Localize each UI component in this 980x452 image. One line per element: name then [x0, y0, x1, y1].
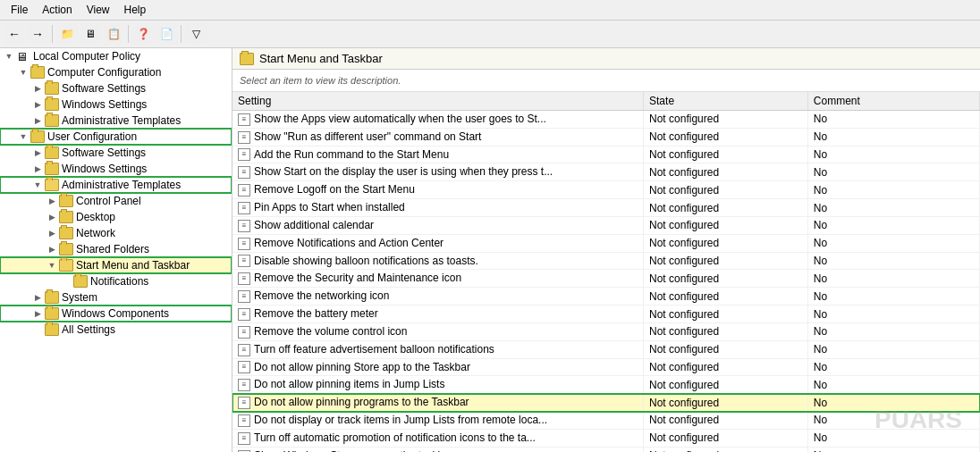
table-row[interactable]: ≡Remove the volume control iconNot confi…	[232, 322, 980, 340]
back-button[interactable]: ←	[4, 23, 25, 45]
expand-wc[interactable]: ▶	[30, 306, 45, 321]
expand-system[interactable]: ▶	[30, 290, 45, 305]
show-hide-button[interactable]: 🖥	[80, 23, 101, 45]
col-header-setting[interactable]: Setting	[232, 92, 644, 111]
properties-button[interactable]: 📋	[103, 23, 124, 45]
expand-shared[interactable]: ▶	[45, 242, 59, 256]
tree-item-computer-configuration[interactable]: ▼ Computer Configuration	[0, 64, 232, 80]
folder-icon-shared	[59, 243, 73, 255]
expand-local[interactable]: ▼	[2, 49, 16, 63]
setting-icon: ≡	[238, 148, 250, 161]
tree-item-desktop[interactable]: ▶ Desktop	[0, 209, 232, 225]
tree-label-notifications: Notifications	[90, 275, 148, 288]
expand-smt[interactable]: ▼	[45, 258, 59, 272]
tree-item-windows-components[interactable]: ▶ Windows Components	[0, 306, 232, 322]
setting-cell: ≡Do not allow pinning programs to the Ta…	[232, 394, 644, 412]
table-row[interactable]: ≡Show the Apps view automatically when t…	[232, 111, 980, 129]
table-row[interactable]: ≡Remove the Security and Maintenance ico…	[232, 270, 980, 288]
panel-header: Start Menu and Taskbar	[232, 48, 980, 70]
table-row[interactable]: ≡Show "Run as different user" command on…	[232, 128, 980, 146]
expand-sw-cc[interactable]: ▶	[30, 81, 45, 96]
col-header-state[interactable]: State	[644, 92, 808, 111]
tree-item-admin-templates-uc[interactable]: ▼ Administrative Templates	[0, 177, 232, 193]
menu-view[interactable]: View	[80, 2, 117, 18]
tree-label-windows-settings-uc: Windows Settings	[62, 163, 147, 175]
table-row[interactable]: ≡Turn off feature advertisement balloon …	[232, 340, 980, 358]
table-row[interactable]: ≡Remove the networking iconNot configure…	[232, 288, 980, 306]
tree-item-admin-templates-cc[interactable]: ▶ Administrative Templates	[0, 113, 232, 129]
table-row[interactable]: ≡Do not allow pinning items in Jump List…	[232, 376, 980, 394]
table-row[interactable]: ≡Do not display or track items in Jump L…	[232, 412, 980, 430]
tree-item-all-settings[interactable]: All Settings	[0, 322, 232, 338]
table-row[interactable]: ≡Remove Notifications and Action CenterN…	[232, 234, 980, 252]
tree-label-local-computer-policy: Local Computer Policy	[33, 50, 140, 63]
expand-network[interactable]: ▶	[45, 226, 59, 240]
state-cell: Not configured	[644, 111, 808, 129]
setting-icon: ≡	[238, 220, 250, 232]
expand-sw-uc[interactable]: ▶	[30, 146, 45, 160]
expand-at-cc[interactable]: ▶	[30, 113, 45, 128]
expand-all[interactable]	[30, 322, 45, 337]
state-cell: Not configured	[644, 270, 808, 288]
table-row[interactable]: ≡Do not allow pinning programs to the Ta…	[232, 394, 980, 412]
help-button[interactable]: ❓	[132, 23, 154, 45]
table-row[interactable]: ≡Turn off automatic promotion of notific…	[232, 429, 980, 447]
settings-list: Setting State Comment ≡Show the Apps vie…	[232, 92, 980, 452]
setting-cell: ≡Remove the networking icon	[232, 288, 644, 306]
table-row[interactable]: ≡Disable showing balloon notifications a…	[232, 252, 980, 270]
table-row[interactable]: ≡Show additional calendarNot configuredN…	[232, 216, 980, 234]
folder-icon-all	[45, 323, 59, 336]
expand-cp[interactable]: ▶	[45, 194, 59, 208]
forward-button[interactable]: →	[27, 23, 48, 45]
folder-icon-sw-cc	[45, 82, 59, 95]
tree-item-start-menu-taskbar[interactable]: ▼ Start Menu and Taskbar	[0, 257, 232, 273]
setting-cell: ≡Disable showing balloon notifications a…	[232, 252, 644, 270]
table-row[interactable]: ≡Do not allow pinning Store app to the T…	[232, 358, 980, 376]
expand-win-uc[interactable]: ▶	[30, 162, 45, 176]
tree-item-windows-settings-uc[interactable]: ▶ Windows Settings	[0, 161, 232, 177]
filter-button[interactable]: ▽	[185, 23, 207, 45]
menu-file[interactable]: File	[4, 2, 35, 18]
expand-computer-config[interactable]: ▼	[16, 65, 30, 80]
tree-label-windows-settings-cc: Windows Settings	[62, 98, 147, 111]
table-row[interactable]: ≡Show Windows Store apps on the taskbarN…	[232, 447, 980, 452]
table-row[interactable]: ≡Show Start on the display the user is u…	[232, 163, 980, 181]
tree-item-software-settings-cc[interactable]: ▶ Software Settings	[0, 80, 232, 96]
menu-help[interactable]: Help	[117, 2, 154, 18]
up-button[interactable]: 📁	[56, 23, 78, 45]
state-cell: Not configured	[644, 447, 808, 452]
tree-item-user-configuration[interactable]: ▼ User Configuration	[0, 129, 232, 145]
tree-label-software-settings-uc: Software Settings	[62, 146, 146, 159]
folder-icon-user-config	[30, 130, 45, 143]
tree-label-system: System	[62, 291, 97, 304]
tree-item-shared-folders[interactable]: ▶ Shared Folders	[0, 241, 232, 257]
tree-item-local-computer-policy[interactable]: ▼ 🖥 Local Computer Policy	[0, 48, 232, 64]
table-row[interactable]: ≡Remove the battery meterNot configuredN…	[232, 306, 980, 323]
tree-item-windows-settings-cc[interactable]: ▶ Windows Settings	[0, 96, 232, 113]
tree-item-system[interactable]: ▶ System	[0, 289, 232, 306]
expand-at-uc[interactable]: ▼	[30, 178, 45, 192]
folder-icon-smt	[59, 259, 73, 272]
expand-win-cc[interactable]: ▶	[30, 97, 45, 112]
comment-cell: No	[807, 358, 979, 376]
tree-item-notifications[interactable]: Notifications	[0, 273, 232, 289]
table-row[interactable]: ≡Remove Logoff on the Start MenuNot conf…	[232, 181, 980, 199]
tree-label-admin-templates-cc: Administrative Templates	[62, 114, 181, 127]
expand-desktop[interactable]: ▶	[45, 210, 59, 224]
description-text: Select an item to view its description.	[240, 75, 401, 86]
tree-item-software-settings-uc[interactable]: ▶ Software Settings	[0, 145, 232, 161]
expand-user-config[interactable]: ▼	[16, 130, 30, 144]
content-area: ▼ 🖥 Local Computer Policy ▼ Computer Con…	[0, 48, 980, 452]
col-header-comment[interactable]: Comment	[807, 92, 979, 111]
tree-item-control-panel[interactable]: ▶ Control Panel	[0, 193, 232, 209]
table-row[interactable]: ≡Add the Run command to the Start MenuNo…	[232, 146, 980, 163]
view-button[interactable]: 📄	[156, 23, 177, 45]
comment-cell: No	[807, 163, 979, 181]
expand-notif[interactable]	[59, 274, 73, 289]
table-row[interactable]: ≡Pin Apps to Start when installedNot con…	[232, 199, 980, 217]
tree-item-network[interactable]: ▶ Network	[0, 225, 232, 241]
menu-action[interactable]: Action	[35, 2, 79, 18]
state-cell: Not configured	[644, 181, 808, 199]
comment-cell: No	[807, 146, 979, 163]
setting-cell: ≡Do not allow pinning Store app to the T…	[232, 358, 644, 376]
